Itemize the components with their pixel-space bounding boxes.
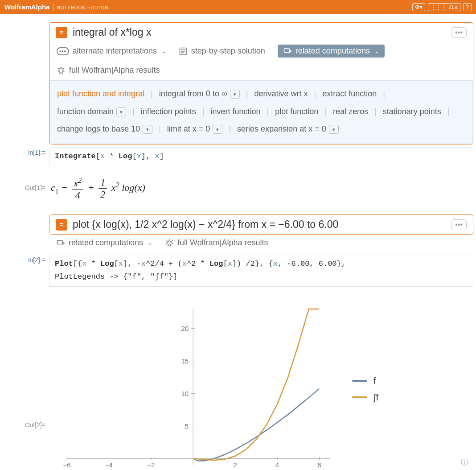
svg-text:5: 5	[185, 422, 189, 429]
chevron-down-icon: ⌄	[374, 48, 379, 54]
related-series-at-0[interactable]: series expansion at x = 0	[231, 120, 345, 138]
svg-rect-1	[284, 49, 289, 52]
dropdown-icon[interactable]	[143, 125, 152, 134]
dropdown-icon[interactable]	[213, 125, 222, 134]
related-real-zeros[interactable]: real zeros	[327, 103, 374, 121]
more-options-button[interactable]: •••	[451, 219, 467, 230]
steps-icon	[179, 47, 188, 56]
input-code-2[interactable]: Plot[{x * Log[x], -x^2/4 + (x^2 * Log[x]…	[49, 255, 473, 287]
plot-output: −6−4−22465101520 f ∫f	[49, 296, 473, 470]
settings-button[interactable]: ⚙▾	[412, 3, 425, 11]
math-palette-button[interactable]: ⋮⋮⋮ √Σπ	[428, 3, 460, 11]
legend-int-f: ∫f	[373, 392, 378, 403]
related-computations-panel: plot function and integral| integral fro…	[49, 80, 473, 144]
help-icon: ?	[466, 4, 469, 10]
spikey-icon	[57, 66, 66, 75]
svg-text:4: 4	[275, 461, 279, 469]
chevron-down-icon: ⌄	[161, 48, 166, 54]
output-label-2: Out[2]=	[3, 346, 49, 429]
math-palette-icon: ⋮⋮⋮ √Σπ	[431, 4, 458, 10]
related-computations-button-2[interactable]: related computations⌄	[56, 238, 152, 247]
query-input-1[interactable]: integral of x*log x	[73, 26, 446, 38]
legend-f: f	[373, 376, 376, 386]
output-formula-1: c1 − x24 + 12 x2 log(x)	[49, 174, 473, 201]
svg-text:−4: −4	[105, 461, 113, 469]
chart-svg: −6−4−22465101520	[49, 300, 334, 470]
related-plot-function[interactable]: plot function	[269, 103, 324, 121]
input-label-1: In[1]:=	[3, 147, 49, 156]
input-label-2: In[2]:=	[3, 255, 49, 264]
app-header: WolframAlpha | NOTEBOOK EDITION ⚙▾ ⋮⋮⋮ √…	[0, 0, 476, 14]
full-results-button-2[interactable]: full Wolfram|Alpha results	[165, 238, 268, 247]
dropdown-icon[interactable]	[230, 90, 240, 99]
brand-subtitle: NOTEBOOK EDITION	[57, 5, 109, 10]
query-input-2[interactable]: plot {x log(x), 1/2 x^2 log(x) − x^2/4} …	[73, 219, 446, 231]
svg-text:10: 10	[181, 389, 189, 397]
related-stationary-points[interactable]: stationary points	[377, 103, 447, 121]
related-derivative-wrt-x[interactable]: derivative wrt x	[248, 85, 314, 103]
svg-rect-2	[57, 240, 63, 244]
wolfram-equals-icon: =	[56, 219, 67, 231]
dots-pill-icon: •••	[57, 47, 69, 55]
related-change-logs-base10[interactable]: change logs to base 10	[57, 120, 159, 138]
related-integral-0-inf[interactable]: integral from 0 to ∞	[153, 85, 246, 103]
more-options-button[interactable]: •••	[451, 27, 467, 38]
step-by-step-button[interactable]: step-by-step solution	[179, 46, 265, 56]
svg-text:6: 6	[317, 461, 321, 469]
related-extract-function[interactable]: extract function	[316, 85, 383, 103]
alternate-interpretations-button[interactable]: ••• alternate interpretations⌄	[57, 46, 166, 56]
dropdown-icon[interactable]	[116, 107, 126, 116]
related-icon	[283, 47, 292, 56]
input-code-1[interactable]: Integrate[x * Log[x], x]	[49, 147, 473, 166]
svg-text:2: 2	[233, 461, 237, 469]
svg-text:20: 20	[181, 325, 189, 332]
related-computations-button[interactable]: related computations⌄	[278, 45, 385, 58]
related-plot-function-and-integral[interactable]: plot function and integral	[57, 85, 151, 103]
svg-text:−6: −6	[63, 461, 70, 469]
brand-title: WolframAlpha	[4, 3, 49, 11]
chevron-down-icon: ⌄	[148, 239, 152, 246]
chart-legend: f ∫f	[352, 370, 378, 409]
full-results-button[interactable]: full Wolfram|Alpha results	[57, 66, 160, 75]
help-button[interactable]: ?	[463, 3, 472, 11]
related-inflection-points[interactable]: inflection points	[135, 103, 202, 121]
related-invert-function[interactable]: invert function	[205, 103, 267, 121]
svg-text:15: 15	[181, 357, 189, 364]
output-label-1: Out[1]=	[3, 184, 49, 191]
related-icon	[56, 239, 65, 247]
dropdown-icon[interactable]	[329, 125, 339, 134]
spikey-icon	[165, 239, 174, 247]
gear-icon: ⚙▾	[415, 4, 423, 10]
svg-text:−2: −2	[147, 461, 155, 469]
wolfram-equals-icon: =	[56, 27, 67, 38]
related-function-domain[interactable]: function domain	[57, 103, 132, 121]
info-icon[interactable]: ⓘ	[461, 458, 468, 467]
query-pod-2: = plot {x log(x), 1/2 x^2 log(x) − x^2/4…	[49, 214, 473, 235]
query-pod-1: = integral of x*log x ••• ••• alternate …	[49, 22, 473, 144]
related-limit-at-0[interactable]: limit at x = 0	[161, 120, 229, 138]
